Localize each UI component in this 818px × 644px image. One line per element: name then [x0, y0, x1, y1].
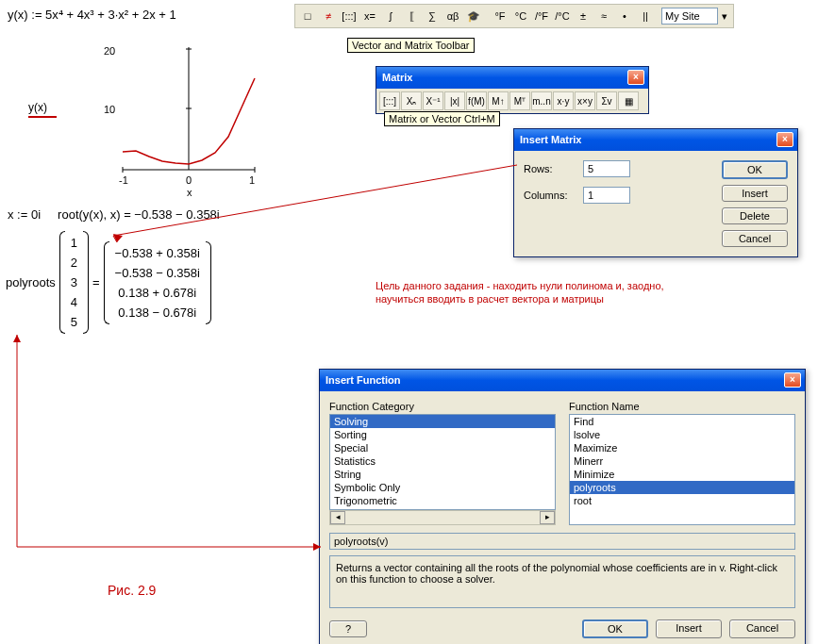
tb-matrix-icon[interactable]: [:::]	[339, 7, 359, 25]
function-description: Returns a vector containing all the root…	[329, 555, 795, 608]
scroll-right-icon[interactable]: ▸	[540, 511, 555, 524]
tb-greek-icon[interactable]: αβ	[442, 7, 463, 25]
matrix-toolbar-titlebar[interactable]: Matrix ×	[376, 67, 648, 89]
tb-evaluate-icon[interactable]: x=	[359, 7, 380, 25]
insert-function-close-icon[interactable]: ×	[784, 372, 801, 388]
result-vector: −0.538 + 0.358i −0.538 − 0.358i 0.138 + …	[106, 241, 209, 324]
cat-item[interactable]: Symbolic Only	[330, 481, 555, 494]
insert-function-title: Insert Function	[326, 374, 400, 386]
matrix-toolbar-close-icon[interactable]: ×	[627, 70, 644, 85]
insert-matrix-title: Insert Matrix	[520, 134, 581, 145]
insert-matrix-titlebar[interactable]: Insert Matrix ×	[514, 129, 797, 151]
tb-plusminus[interactable]: ±	[573, 7, 593, 25]
fn-item[interactable]: root	[570, 494, 794, 507]
insert-matrix-close-icon[interactable]: ×	[776, 132, 793, 147]
matrix-toolbar-title: Matrix	[382, 72, 412, 83]
site-dropdown-icon[interactable]: ▾	[718, 7, 731, 25]
matrix-toolbar-window: Matrix × [:::] Xₙ X⁻¹ |x| f(M) M↑ Mᵀ m..…	[376, 66, 649, 114]
mt-vectorize-icon[interactable]: f(M)	[466, 91, 487, 110]
svg-marker-13	[13, 335, 21, 342]
mt-insert-matrix-icon[interactable]: [:::]	[379, 91, 400, 110]
insert-button[interactable]: Insert	[722, 185, 788, 202]
fn-item[interactable]: Find	[570, 415, 794, 428]
plot-legend: y(x)	[28, 101, 57, 118]
fn-ok-button[interactable]: OK	[582, 619, 648, 638]
svg-text:0: 0	[186, 174, 192, 186]
mt-inverse-icon[interactable]: X⁻¹	[423, 91, 443, 110]
columns-input[interactable]	[583, 187, 630, 204]
root-result: root(y(x), x) = −0.538 − 0.358i	[58, 207, 220, 222]
function-category-label: Function Category	[329, 401, 556, 412]
vector-matrix-toolbar-tooltip: Vector and Matrix Toolbar	[347, 38, 475, 53]
mt-column-icon[interactable]: M↑	[488, 91, 509, 110]
insert-matrix-dialog: Insert Matrix × Rows: Columns: OK Insert…	[513, 128, 798, 257]
fn-item[interactable]: Maximize	[570, 441, 794, 454]
insert-function-titlebar[interactable]: Insert Function ×	[320, 370, 805, 391]
formula-definition: y(x) := 5x⁴ + 4x³ + 3·x² + 2x + 1	[8, 8, 176, 22]
tb-boolean-icon[interactable]: ⟦	[401, 7, 422, 25]
polyroots-fn-label: polyroots	[6, 275, 56, 289]
rows-input[interactable]	[583, 160, 630, 177]
svg-text:20: 20	[104, 45, 115, 57]
insert-function-dialog: Insert Function × Function Category Solv…	[319, 369, 806, 644]
tb-calculus-icon[interactable]: ∫	[380, 7, 401, 25]
mt-picture-icon[interactable]: ▦	[618, 91, 639, 110]
mt-range-icon[interactable]: m..n	[531, 91, 552, 110]
tb-parallel[interactable]: ||	[635, 7, 656, 25]
tb-degC[interactable]: °C	[510, 7, 531, 25]
fn-item[interactable]: lsolve	[570, 428, 794, 441]
tb-symbolic-icon[interactable]: 🎓	[463, 7, 484, 25]
site-input[interactable]	[661, 8, 718, 25]
cancel-button[interactable]: Cancel	[722, 230, 788, 247]
tb-perC[interactable]: /°C	[552, 7, 573, 25]
tb-bullet[interactable]: •	[614, 7, 635, 25]
help-button[interactable]: ?	[329, 620, 367, 637]
tb-perF[interactable]: /°F	[531, 7, 552, 25]
mt-subscript-icon[interactable]: Xₙ	[401, 91, 422, 110]
svg-text:x: x	[187, 187, 192, 198]
function-signature: polyroots(v)	[329, 533, 795, 550]
ok-button[interactable]: OK	[722, 160, 788, 179]
mt-abs-icon[interactable]: |x|	[444, 91, 465, 110]
rows-label: Rows:	[524, 163, 576, 174]
tb-degF[interactable]: °F	[490, 7, 510, 25]
plot-area: -1 0 1 x 10 20	[94, 28, 264, 198]
main-toolbar: □ ≠ [:::] x= ∫ ⟦ ∑ αβ 🎓 °F °C /°F /°C ± …	[294, 4, 734, 28]
svg-text:10: 10	[104, 104, 115, 115]
cat-item[interactable]: Statistics	[330, 454, 555, 468]
cat-item[interactable]: Solving	[330, 415, 555, 428]
cat-item[interactable]: Trigonometric	[330, 494, 555, 507]
function-name-label: Function Name	[569, 401, 795, 412]
cat-item[interactable]: String	[330, 468, 555, 481]
legend-label: y(x)	[28, 101, 47, 114]
fn-item[interactable]: polyroots	[570, 481, 794, 494]
figure-label: Рис. 2.9	[108, 583, 156, 598]
x-init: x := 0i	[8, 207, 41, 222]
tb-approx[interactable]: ≈	[593, 7, 614, 25]
columns-label: Columns:	[524, 190, 576, 201]
equals-sign: =	[92, 275, 100, 289]
tb-calculator-icon[interactable]: □	[297, 7, 318, 25]
task-annotation: Цель данного задания - находить нули пол…	[376, 279, 668, 306]
tb-neq-icon[interactable]: ≠	[318, 7, 339, 25]
delete-button[interactable]: Delete	[722, 207, 788, 224]
fn-cancel-button[interactable]: Cancel	[729, 619, 795, 638]
fn-item[interactable]: Minimize	[570, 468, 794, 481]
fn-item[interactable]: Minerr	[570, 454, 794, 468]
mt-sum-icon[interactable]: Σv	[596, 91, 617, 110]
fn-insert-button[interactable]: Insert	[656, 619, 722, 638]
matrix-vector-tooltip: Matrix or Vector Ctrl+M	[384, 111, 500, 126]
mt-dot-icon[interactable]: x·y	[553, 91, 574, 110]
tb-programming-icon[interactable]: ∑	[422, 7, 442, 25]
mt-transpose-icon[interactable]: Mᵀ	[509, 91, 530, 110]
mt-cross-icon[interactable]: x×y	[575, 91, 595, 110]
function-category-list[interactable]: Solving Sorting Special Statistics Strin…	[329, 414, 556, 510]
scroll-left-icon[interactable]: ◂	[330, 511, 345, 524]
polyroots-expression: polyroots 1 2 3 4 5 = −0.538 + 0.358i −0…	[6, 231, 209, 334]
legend-swatch	[28, 116, 57, 118]
cat-item[interactable]: Sorting	[330, 428, 555, 441]
cat-item[interactable]: Special	[330, 441, 555, 454]
svg-text:-1: -1	[119, 174, 128, 186]
category-scrollbar[interactable]: ◂ ▸	[329, 510, 556, 525]
function-name-list[interactable]: Find lsolve Maximize Minerr Minimize pol…	[569, 414, 795, 525]
